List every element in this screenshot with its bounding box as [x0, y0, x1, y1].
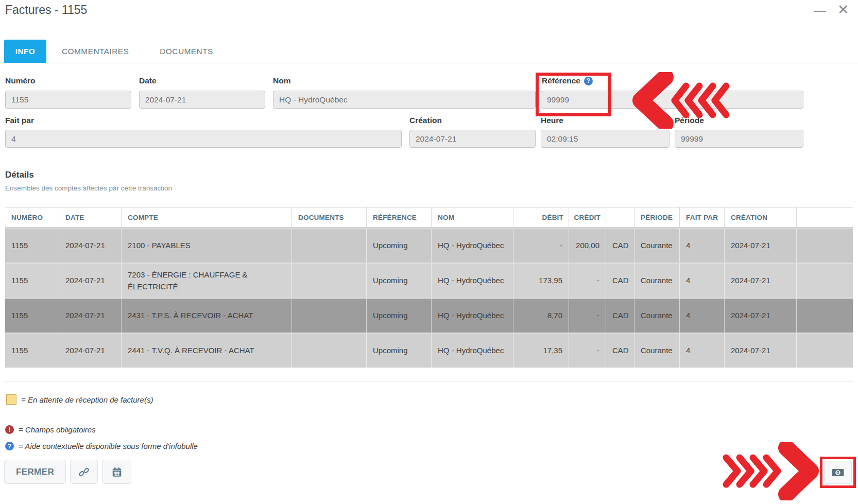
- table-row-highlighted[interactable]: 1155 2024-07-21 2431 - T.P.S. À RECEVOIR…: [5, 298, 853, 333]
- cell-documents: [292, 334, 367, 368]
- money-bill-icon: [831, 466, 845, 479]
- cell-reference: Upcoming: [367, 264, 432, 298]
- legend-required: ! = Champs obligatoires: [5, 425, 96, 434]
- col-header-documents[interactable]: DOCUMENTS: [292, 207, 367, 227]
- details-title: Détails: [5, 170, 34, 180]
- date-field[interactable]: 2024-07-21: [139, 91, 265, 109]
- col-header-creation[interactable]: CRÉATION: [725, 207, 797, 227]
- numero-field[interactable]: 1155: [5, 91, 131, 109]
- cell-periode: Courante: [634, 299, 680, 333]
- cell-numero: 1155: [5, 264, 59, 298]
- table-row[interactable]: 1155 2024-07-21 2441 - T.V.Q. À RECEVOIR…: [5, 333, 853, 368]
- minimize-icon[interactable]: —: [814, 3, 826, 18]
- table-header-row: NUMÉRO DATE COMPTE DOCUMENTS RÉFÉRENCE N…: [5, 207, 853, 228]
- exclamation-circle-icon: !: [5, 425, 14, 434]
- col-header-compte[interactable]: COMPTE: [122, 207, 292, 227]
- cell-creation: 2024-07-21: [725, 264, 797, 298]
- calendar-button[interactable]: [102, 460, 131, 484]
- annotation-arrow-right-icon: [720, 442, 821, 500]
- periode-label: Période: [675, 116, 704, 125]
- col-header-credit[interactable]: CRÉDIT: [569, 207, 606, 227]
- col-header-fait-par[interactable]: FAIT PAR: [680, 207, 725, 227]
- cell-periode: Courante: [634, 334, 680, 368]
- col-header-extra: [797, 207, 853, 227]
- link-button[interactable]: [70, 460, 98, 484]
- help-circle-icon[interactable]: ?: [584, 77, 593, 85]
- col-header-nom[interactable]: NOM: [432, 207, 513, 227]
- cell-debit: 17,35: [513, 334, 569, 368]
- cell-nom: HQ - HydroQuébec: [432, 299, 513, 333]
- legend-pending-text: = En attente de réception de facture(s): [21, 395, 153, 404]
- periode-field[interactable]: 99999: [675, 130, 803, 148]
- numero-label: Numéro: [5, 76, 36, 85]
- cell-nom: HQ - HydroQuébec: [432, 334, 513, 368]
- col-header-reference[interactable]: RÉFÉRENCE: [367, 207, 432, 227]
- cell-devise: CAD: [606, 229, 634, 263]
- cell-devise: CAD: [606, 334, 634, 368]
- cell-date: 2024-07-21: [59, 334, 122, 368]
- cell-creation: 2024-07-21: [725, 334, 797, 368]
- fermer-button[interactable]: FERMER: [4, 460, 66, 484]
- cell-documents: [292, 299, 367, 333]
- nom-label: Nom: [273, 76, 290, 85]
- cell-debit: -: [513, 229, 569, 263]
- fait-par-label: Fait par: [5, 116, 34, 125]
- creation-label: Création: [409, 116, 442, 125]
- cell-credit: -: [569, 264, 606, 298]
- heure-label: Heure: [541, 116, 563, 125]
- tab-info[interactable]: INFO: [4, 40, 46, 63]
- cell-fait-par: 4: [680, 264, 725, 298]
- cell-reference: Upcoming: [367, 299, 432, 333]
- cell-date: 2024-07-21: [59, 264, 122, 298]
- col-header-debit[interactable]: DÉBIT: [513, 207, 569, 227]
- cell-nom: HQ - HydroQuébec: [432, 264, 513, 298]
- cell-extra: [797, 299, 853, 333]
- cell-numero: 1155: [5, 229, 59, 263]
- reference-label: Référence ?: [542, 76, 593, 85]
- creation-field[interactable]: 2024-07-21: [409, 130, 536, 148]
- cell-documents: [292, 264, 367, 298]
- pending-square-icon: [6, 394, 16, 405]
- date-label: Date: [139, 76, 157, 85]
- nom-field[interactable]: HQ - HydroQuébec: [273, 91, 536, 109]
- details-table: NUMÉRO DATE COMPTE DOCUMENTS RÉFÉRENCE N…: [5, 207, 853, 368]
- cell-nom: HQ - HydroQuébec: [432, 229, 513, 263]
- col-header-numero[interactable]: NUMÉRO: [5, 207, 59, 227]
- table-row[interactable]: 1155 2024-07-21 2100 - PAYABLES Upcoming…: [5, 228, 853, 263]
- col-header-devise: [606, 207, 634, 227]
- close-icon[interactable]: ✕: [837, 2, 849, 18]
- legend-help: ? = Aide contextuelle disponible sous fo…: [5, 442, 198, 450]
- heure-field[interactable]: 02:09:15: [541, 130, 670, 148]
- tab-bar: INFO COMMENTAIRES DOCUMENTS: [4, 40, 229, 63]
- details-subtitle: Ensembles des comptes affectés par cette…: [5, 184, 172, 192]
- cell-numero: 1155: [5, 299, 59, 333]
- fait-par-field[interactable]: 4: [5, 130, 402, 148]
- cell-documents: [292, 229, 367, 263]
- cell-reference: Upcoming: [367, 334, 432, 368]
- money-button[interactable]: [824, 461, 852, 484]
- cell-compte: 2441 - T.V.Q. À RECEVOIR - ACHAT: [122, 334, 292, 368]
- cell-periode: Courante: [634, 264, 680, 298]
- cell-extra: [797, 264, 853, 298]
- cell-compte: 7203 - ÉNERGIE : CHAUFFAGE & ÉLECTRICITÉ: [122, 264, 292, 298]
- cell-numero: 1155: [5, 334, 59, 368]
- tab-documents[interactable]: DOCUMENTS: [144, 40, 229, 63]
- link-icon: [78, 466, 90, 478]
- cell-extra: [797, 229, 853, 263]
- col-header-periode[interactable]: PÉRIODE: [634, 207, 680, 227]
- cell-date: 2024-07-21: [59, 229, 122, 263]
- table-bottom-divider: [4, 381, 854, 381]
- cell-devise: CAD: [606, 264, 634, 298]
- col-header-date[interactable]: DATE: [59, 207, 122, 227]
- reference-label-text: Référence: [542, 76, 580, 85]
- cell-fait-par: 4: [680, 229, 725, 263]
- cell-creation: 2024-07-21: [725, 299, 797, 333]
- cell-debit: 173,95: [513, 264, 569, 298]
- table-row[interactable]: 1155 2024-07-21 7203 - ÉNERGIE : CHAUFFA…: [5, 263, 853, 298]
- tab-commentaires[interactable]: COMMENTAIRES: [46, 40, 144, 63]
- cell-fait-par: 4: [680, 334, 725, 368]
- tab-divider: [0, 63, 858, 63]
- reference-field[interactable]: 99999: [541, 91, 803, 109]
- legend-help-text: = Aide contextuelle disponible sous form…: [19, 442, 198, 450]
- cell-credit: 200,00: [569, 229, 606, 263]
